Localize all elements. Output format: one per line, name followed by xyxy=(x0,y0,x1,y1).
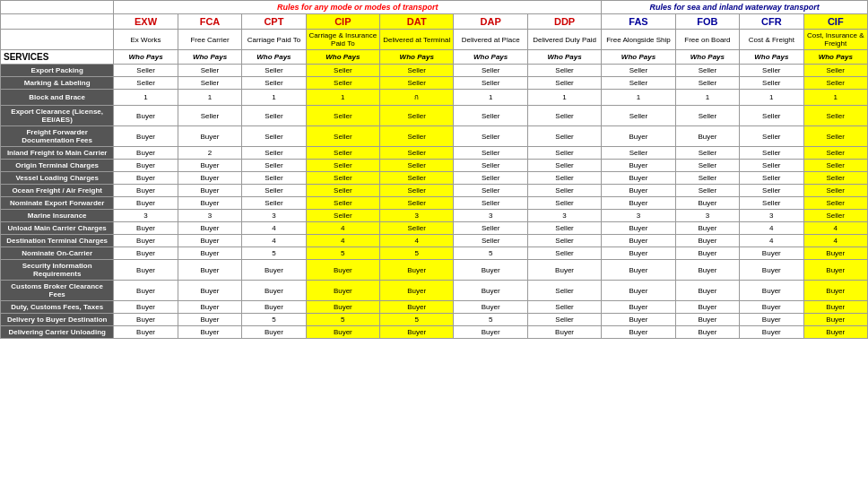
service-label-cell: Nominate Export Forwarder xyxy=(1,197,114,210)
sub-cif: Cost, Insurance & Freight xyxy=(803,30,867,50)
data-cell: ก xyxy=(380,90,454,106)
data-cell: Buyer xyxy=(114,235,178,247)
data-cell: Buyer xyxy=(178,260,241,281)
data-cell: Seller xyxy=(380,185,454,197)
data-cell: Buyer xyxy=(178,160,241,172)
table-row: Delivery to Buyer DestinationBuyerBuyer5… xyxy=(1,314,868,326)
main-container: Rules for any mode or modes of transport… xyxy=(0,0,868,339)
code-fas: FAS xyxy=(602,14,675,30)
rules-sea-mode: Rules for sea and inland waterway transp… xyxy=(602,1,868,14)
sub-fob: Free on Board xyxy=(675,30,739,50)
data-cell: Buyer xyxy=(380,301,454,314)
data-cell: Buyer xyxy=(242,260,306,281)
service-label-cell: Freight Forwarder Documentation Fees xyxy=(1,126,114,147)
data-cell: Buyer xyxy=(527,260,601,281)
code-fob: FOB xyxy=(675,14,739,30)
data-cell: Buyer xyxy=(178,185,241,197)
data-cell: Seller xyxy=(380,197,454,210)
data-cell: Seller xyxy=(454,126,527,147)
incoterms-table: Rules for any mode or modes of transport… xyxy=(0,0,868,339)
data-cell: Buyer xyxy=(602,126,675,147)
table-row: Customs Broker Clearance FeesBuyerBuyerB… xyxy=(1,281,868,301)
data-cell: Seller xyxy=(242,126,306,147)
data-cell: 3 xyxy=(740,210,803,222)
code-dap: DAP xyxy=(454,14,527,30)
data-cell: 3 xyxy=(527,210,601,222)
data-cell: 1 xyxy=(675,90,739,106)
data-cell: Seller xyxy=(242,77,306,90)
data-cell: Seller xyxy=(527,235,601,247)
data-cell: 4 xyxy=(242,222,306,235)
service-label-cell: Duty, Customs Fees, Taxes xyxy=(1,301,114,314)
table-row: Nominate On-CarrierBuyerBuyer5555SellerB… xyxy=(1,247,868,260)
data-cell: Seller xyxy=(114,77,178,90)
data-cell: Seller xyxy=(527,301,601,314)
data-cell: Seller xyxy=(380,160,454,172)
code-ddp: DDP xyxy=(527,14,601,30)
who-pays-dap: Who Pays xyxy=(454,50,527,65)
service-label-cell: Marine Insurance xyxy=(1,210,114,222)
data-cell: Buyer xyxy=(306,260,379,281)
data-cell: Seller xyxy=(380,126,454,147)
data-cell: Seller xyxy=(675,106,739,126)
table-row: Ocean Freight / Air FreightBuyerBuyerSel… xyxy=(1,185,868,197)
data-cell: Seller xyxy=(242,172,306,185)
data-cell: Seller xyxy=(454,172,527,185)
table-row: Freight Forwarder Documentation FeesBuye… xyxy=(1,126,868,147)
data-cell: Buyer xyxy=(114,222,178,235)
data-cell: Seller xyxy=(454,197,527,210)
data-cell: Seller xyxy=(306,65,379,77)
service-label-cell: Export Clearance (License, EEI/AES) xyxy=(1,106,114,126)
table-row: Vessel Loading ChargesBuyerBuyerSellerSe… xyxy=(1,172,868,185)
data-cell: Seller xyxy=(380,77,454,90)
data-cell: 4 xyxy=(380,235,454,247)
data-cell: 1 xyxy=(527,90,601,106)
data-cell: Buyer xyxy=(602,301,675,314)
data-cell: Buyer xyxy=(675,235,739,247)
data-cell: Seller xyxy=(740,172,803,185)
code-fca: FCA xyxy=(178,14,241,30)
data-cell: Seller xyxy=(527,147,601,160)
service-label-cell: Inland Freight to Main Carrier xyxy=(1,147,114,160)
data-cell: Buyer xyxy=(242,326,306,339)
data-cell: Buyer xyxy=(306,326,379,339)
who-pays-cif: Who Pays xyxy=(803,50,867,65)
data-cell: Buyer xyxy=(740,247,803,260)
data-cell: Seller xyxy=(306,185,379,197)
data-cell: 4 xyxy=(803,222,867,235)
table-row: Unload Main Carrier ChargesBuyerBuyer44S… xyxy=(1,222,868,235)
data-cell: Buyer xyxy=(114,160,178,172)
data-cell: Buyer xyxy=(740,326,803,339)
empty-codes xyxy=(1,14,114,30)
data-cell: Buyer xyxy=(454,260,527,281)
data-cell: Seller xyxy=(380,172,454,185)
data-cell: Seller xyxy=(380,65,454,77)
data-cell: 1 xyxy=(602,90,675,106)
data-cell: Seller xyxy=(242,147,306,160)
data-cell: Buyer xyxy=(178,197,241,210)
data-cell: Seller xyxy=(242,185,306,197)
data-cell: Buyer xyxy=(242,301,306,314)
data-cell: Seller xyxy=(306,126,379,147)
data-cell: Buyer xyxy=(114,106,178,126)
sub-dat: Delivered at Terminal xyxy=(380,30,454,50)
data-cell: Seller xyxy=(454,106,527,126)
service-label-cell: Customs Broker Clearance Fees xyxy=(1,281,114,301)
data-cell: Seller xyxy=(602,77,675,90)
data-cell: Buyer xyxy=(178,314,241,326)
service-label-cell: Vessel Loading Charges xyxy=(1,172,114,185)
data-cell: 4 xyxy=(306,235,379,247)
who-pays-cpt: Who Pays xyxy=(242,50,306,65)
service-label-cell: Marking & Labeling xyxy=(1,77,114,90)
table-row: Origin Terminal ChargesBuyerBuyerSellerS… xyxy=(1,160,868,172)
data-cell: Seller xyxy=(178,65,241,77)
code-cif: CIF xyxy=(803,14,867,30)
data-cell: Buyer xyxy=(675,314,739,326)
data-cell: Buyer xyxy=(675,222,739,235)
table-row: Duty, Customs Fees, TaxesBuyerBuyerBuyer… xyxy=(1,301,868,314)
data-cell: Seller xyxy=(740,126,803,147)
data-cell: Buyer xyxy=(178,235,241,247)
data-cell: Seller xyxy=(527,185,601,197)
data-cell: Seller xyxy=(740,147,803,160)
code-ewx: EXW xyxy=(114,14,178,30)
